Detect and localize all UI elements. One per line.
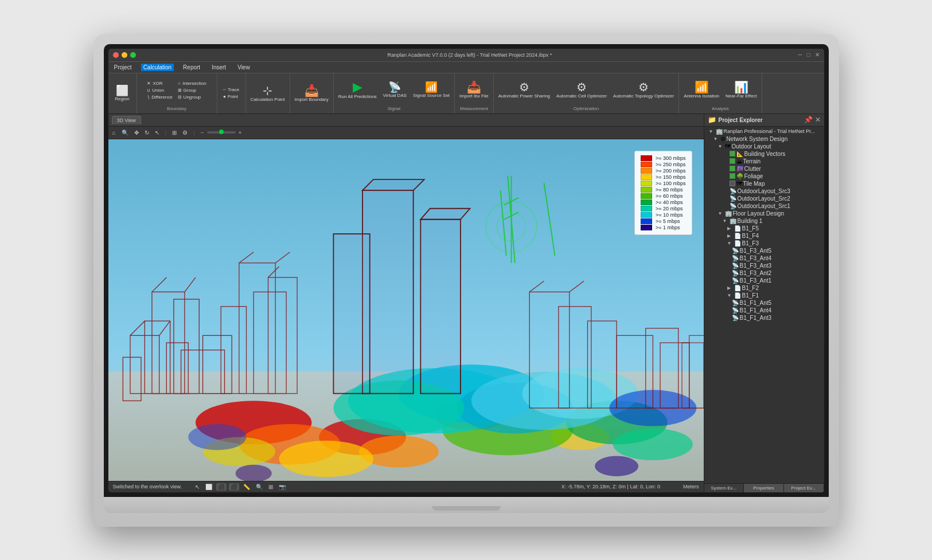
toolbar-btn-layers[interactable]: ⊞ — [170, 129, 178, 136]
menu-view[interactable]: View — [235, 64, 252, 71]
status-btn-poly1[interactable]: ⬛ — [216, 483, 227, 491]
tree-b1f3[interactable]: ▼ 📄 B1_F3 — [705, 240, 823, 247]
window-close-icon[interactable]: ✕ — [815, 52, 820, 58]
toolbar-btn-pan[interactable]: ✥ — [132, 129, 141, 136]
menu-report[interactable]: Report — [181, 64, 202, 71]
ribbon-btn-intersection[interactable]: ∩ Intersection — [176, 80, 208, 87]
ribbon-btn-calc-point[interactable]: ⊹ Calculation Point — [248, 83, 287, 104]
src2-icon: 📡 — [730, 195, 736, 202]
tree-b1f1ant4[interactable]: 📡 B1_F1_Ant4 — [705, 307, 823, 314]
tree-b1f1[interactable]: ▼ 📄 B1_F1 — [705, 292, 823, 299]
ribbon-btn-virtual-das[interactable]: 📡 Virtual DAS — [381, 80, 409, 100]
status-btn-measure[interactable]: 📏 — [241, 483, 252, 491]
ribbon-btn-auto-cell[interactable]: ⚙ Automatic Cell Optimizer — [554, 80, 609, 100]
menu-insert[interactable]: Insert — [209, 64, 228, 71]
ribbon: ⬜ Region ✕ XOR ∪ — [108, 73, 824, 114]
status-btn-export[interactable]: 📷 — [277, 483, 287, 491]
ribbon-btn-group[interactable]: ⊞ Group — [176, 87, 208, 93]
ribbon-btn-trace[interactable]: ╌ Trace — [221, 87, 241, 93]
tree-b1f3ant2[interactable]: 📡 B1_F3_Ant2 — [705, 269, 823, 277]
tree-src3[interactable]: 📡 OutdoorLayout_Src3 — [705, 187, 823, 195]
maximize-button[interactable] — [130, 52, 136, 58]
tab-project-explorer[interactable]: Project Ex... — [784, 484, 824, 492]
terrain-checkbox[interactable] — [730, 158, 735, 164]
view-toolbar: ⌂ 🔍 ✥ ↻ ↖ | ⊞ ⚙ | − — [108, 127, 704, 139]
tree-src1[interactable]: 📡 OutdoorLayout_Src1 — [705, 202, 823, 210]
tab-properties[interactable]: Properties — [744, 484, 784, 492]
minimize-button[interactable] — [122, 52, 127, 58]
view-canvas[interactable]: >= 300 mbps >= 250 mbps >= 200 mbps — [108, 139, 704, 481]
legend-item-300: >= 300 mbps — [641, 155, 686, 161]
tree-b1f1ant3[interactable]: 📡 B1_F1_Ant3 — [705, 314, 823, 322]
tree-b1f3ant5[interactable]: 📡 B1_F3_Ant5 — [705, 247, 823, 254]
tree-terrain[interactable]: ⛰ Terrain — [705, 158, 823, 165]
tree-floor-layout[interactable]: ▼ 🏢 Floor Layout Design — [705, 210, 823, 217]
tab-system-explorer[interactable]: System Ex... — [704, 484, 744, 492]
ribbon-btn-difference[interactable]: ∖ Difference — [145, 94, 174, 100]
tree-b1f3ant1[interactable]: 📡 B1_F3_Ant1 — [705, 277, 823, 284]
project-explorer: 📁 Project Explorer 📌 ✕ ▼ 🏢 Ranplan Profe… — [704, 114, 824, 492]
ribbon-btn-run-predictions[interactable]: ▶ Run All Predictions — [336, 79, 379, 101]
toolbar-btn-rotate[interactable]: ↻ — [143, 129, 151, 136]
ribbon-btn-antenna-isolation[interactable]: 📶 Antenna Isolation — [681, 80, 722, 100]
tilemap-icon: 🗺 — [736, 181, 742, 187]
menu-calculation[interactable]: Calculation — [141, 64, 174, 71]
explorer-pin-icon[interactable]: 📌 — [804, 116, 813, 124]
tree-b1f3ant3[interactable]: 📡 B1_F3_Ant3 — [705, 262, 823, 269]
toolbar-btn-home[interactable]: ⌂ — [111, 129, 118, 136]
zoom-slider[interactable] — [207, 131, 236, 134]
window-restore-icon[interactable]: □ — [806, 52, 810, 58]
tree-network[interactable]: ▼ ⚙ Network System Design — [705, 135, 823, 143]
ribbon-btn-auto-power[interactable]: ⚙ Automatic Power Sharing — [496, 80, 552, 100]
close-button[interactable] — [113, 52, 119, 58]
tree-src2[interactable]: 📡 OutdoorLayout_Src2 — [705, 195, 823, 202]
tree-tilemap[interactable]: 🗺 Tile Map — [705, 180, 823, 187]
toolbar-btn-zoom-out[interactable]: − — [199, 129, 206, 136]
toolbar-btn-zoom[interactable]: 🔍 — [120, 129, 130, 136]
ribbon-btn-union[interactable]: ∪ Union — [145, 87, 174, 93]
tree-b1f3ant4[interactable]: 📡 B1_F3_Ant4 — [705, 254, 823, 262]
toolbar-btn-settings[interactable]: ⚙ — [181, 129, 189, 136]
optimization-group-label: Optimization — [574, 106, 599, 112]
status-btn-poly2[interactable]: ⬛ — [229, 483, 239, 491]
b1f5-icon: 📄 — [734, 225, 741, 232]
ribbon-btn-import-ibx[interactable]: 📥 Import Ibx File — [457, 80, 491, 100]
tilemap-checkbox[interactable] — [730, 181, 735, 186]
window-minimize-icon[interactable]: ─ — [798, 52, 802, 58]
bv-checkbox[interactable] — [730, 151, 735, 156]
signal-source-icon: 📶 — [425, 82, 438, 92]
status-btn-rect[interactable]: ⬜ — [204, 483, 214, 491]
ribbon-btn-auto-topology[interactable]: ⚙ Automatic Topology Optimizer — [611, 80, 676, 100]
ribbon-btn-point[interactable]: ● Point — [221, 93, 241, 100]
status-btn-cursor[interactable]: ↖ — [193, 483, 201, 491]
toolbar-btn-zoom-in[interactable]: + — [237, 129, 244, 136]
foliage-checkbox[interactable] — [730, 173, 735, 179]
ribbon-btn-near-far[interactable]: 📊 Near-Far Effect — [723, 80, 759, 100]
explorer-close-icon[interactable]: ✕ — [815, 116, 821, 124]
b1f1ant4-label: B1_F1_Ant4 — [740, 307, 772, 314]
status-btn-zoom-box[interactable]: 🔍 — [254, 483, 264, 491]
b1f4-icon: 📄 — [734, 233, 741, 239]
3d-view-tab[interactable]: 3D View — [112, 116, 141, 124]
ribbon-btn-import-boundary[interactable]: 📥 Import Boundary — [293, 83, 331, 104]
ribbon-btn-signal-source[interactable]: 📶 Signal Source Set — [411, 80, 452, 100]
tree-b1f4[interactable]: ▶ 📄 B1_F4 — [705, 232, 823, 240]
ribbon-btn-region[interactable]: ⬜ Region — [112, 84, 132, 103]
root-icon: 🏢 — [716, 128, 723, 135]
status-btn-zoom-fit[interactable]: ⊞ — [267, 483, 275, 491]
ribbon-btn-xor[interactable]: ✕ XOR — [145, 80, 174, 87]
tree-b1f1ant5[interactable]: 📡 B1_F1_Ant5 — [705, 299, 823, 307]
tree-b1f2[interactable]: ▶ 📄 B1_F2 — [705, 284, 823, 292]
legend-label-80: >= 80 mbps — [656, 187, 683, 193]
menu-project[interactable]: Project — [112, 64, 134, 71]
tree-outdoor[interactable]: ▼ 🗺 Outdoor Layout — [705, 143, 823, 150]
tree-building1[interactable]: ▼ 🏢 Building 1 — [705, 217, 823, 225]
tree-root[interactable]: ▼ 🏢 Ranplan Professional - Trial HetNet … — [705, 128, 823, 135]
tree-building-vectors[interactable]: 📐 Building Vectors — [705, 150, 823, 158]
toolbar-btn-select[interactable]: ↖ — [153, 129, 161, 136]
tree-b1f5[interactable]: ▶ 📄 B1_F5 — [705, 225, 823, 232]
tree-clutter[interactable]: 🌆 Clutter — [705, 165, 823, 173]
clutter-checkbox[interactable] — [730, 166, 735, 171]
tree-foliage[interactable]: 🌳 Foliage — [705, 173, 823, 180]
ribbon-btn-ungroup[interactable]: ⊟ Ungroup — [176, 94, 208, 100]
